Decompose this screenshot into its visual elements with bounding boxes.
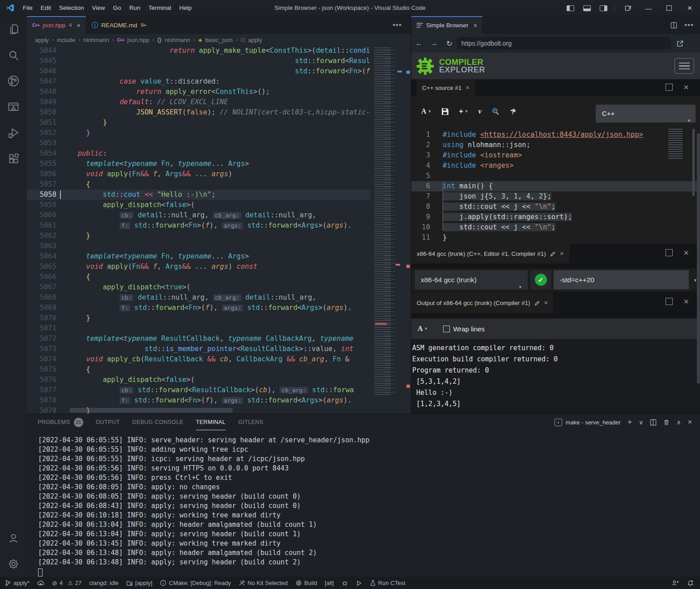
toggle-secondary-sidebar-icon[interactable] bbox=[600, 5, 607, 11]
notifications-bell-icon[interactable] bbox=[687, 580, 694, 587]
reload-icon[interactable]: ↻ bbox=[442, 39, 457, 48]
settings-gear-icon[interactable] bbox=[0, 551, 27, 577]
code-line[interactable]: 6int main() { bbox=[411, 181, 700, 191]
close-tab-icon[interactable]: × bbox=[77, 21, 81, 29]
forward-icon[interactable]: → bbox=[427, 39, 442, 47]
close-icon[interactable]: × bbox=[466, 84, 470, 91]
code-line[interactable]: 5061 f: std::forward<Fn>(f), args: std::… bbox=[27, 220, 411, 231]
ce-menu-hamburger-icon[interactable] bbox=[674, 58, 694, 74]
close-tab-icon[interactable]: × bbox=[474, 21, 478, 29]
code-line[interactable]: 5062 } bbox=[27, 231, 411, 241]
menu-item[interactable]: Selection bbox=[55, 4, 88, 11]
language-select[interactable]: C++▼ bbox=[596, 105, 696, 123]
menu-item[interactable]: Edit bbox=[37, 4, 55, 11]
split-editor-icon[interactable] bbox=[670, 22, 677, 29]
close-pane-icon[interactable]: × bbox=[683, 298, 689, 305]
editor-more-actions-icon[interactable]: ••• bbox=[393, 21, 402, 30]
url-input[interactable]: https://godbolt.org bbox=[457, 37, 671, 50]
tab-gitlens[interactable]: GITLENS bbox=[238, 414, 263, 430]
project-item[interactable]: [apply] bbox=[126, 580, 152, 586]
font-size-icon[interactable]: A▼ bbox=[421, 107, 431, 115]
source-control-icon[interactable] bbox=[0, 68, 27, 94]
code-line[interactable]: 5078 f: std::forward<Fn>(f), args: std::… bbox=[27, 395, 411, 406]
code-line[interactable]: 5072 template<typename ResultCallback, t… bbox=[27, 334, 411, 344]
wrap-lines-checkbox[interactable] bbox=[443, 326, 450, 332]
zoom-icon[interactable] bbox=[491, 107, 499, 115]
live-preview-icon[interactable] bbox=[0, 94, 27, 120]
code-line[interactable]: 5075 { bbox=[27, 364, 411, 375]
minimap[interactable] bbox=[371, 46, 405, 414]
code-line[interactable]: 5063 bbox=[27, 241, 411, 251]
breadcrumb-item[interactable]: include bbox=[57, 37, 75, 43]
toggle-sidebar-icon[interactable] bbox=[567, 5, 574, 11]
open-external-icon[interactable] bbox=[676, 40, 684, 47]
git-branch-item[interactable]: apply* bbox=[4, 580, 30, 586]
back-icon[interactable]: ← bbox=[411, 39, 427, 47]
close-pane-icon[interactable]: × bbox=[683, 84, 689, 91]
code-line[interactable]: 5073 std::is_member_pointer<ResultCallba… bbox=[27, 344, 411, 354]
compiler-select[interactable]: x86-64 gcc (trunk)▼ bbox=[415, 270, 528, 289]
code-line[interactable]: 2using nlohmann::json; bbox=[411, 140, 700, 150]
font-size-icon[interactable]: A▼ bbox=[418, 325, 428, 333]
code-line[interactable]: 3#include <iostream> bbox=[411, 150, 700, 161]
code-line[interactable]: 9 j.apply(std::ranges::sort); bbox=[411, 212, 700, 222]
code-editor[interactable]: 5044 return apply_make_tuple<ConstThis>(… bbox=[27, 46, 411, 414]
code-line[interactable]: 5077 cb: std::forward<ResultCallback>(cb… bbox=[27, 385, 411, 395]
tab-simple-browser[interactable]: Simple Browser × bbox=[411, 16, 483, 34]
code-line[interactable]: 5070 } bbox=[27, 313, 411, 323]
add-pane-icon[interactable]: +▼ bbox=[459, 107, 468, 115]
terminal-session-label[interactable]: make - serve_header bbox=[566, 419, 621, 426]
ce-logo-icon[interactable] bbox=[415, 56, 435, 76]
breadcrumb-item[interactable]: nlohmann bbox=[83, 37, 109, 43]
kit-select-item[interactable]: No Kit Selected bbox=[239, 580, 288, 586]
customize-layout-icon[interactable] bbox=[618, 0, 638, 16]
problems-status-item[interactable]: ⊘ 4 ⚠ 27 bbox=[52, 580, 81, 587]
tab-output[interactable]: OUTPUT bbox=[96, 414, 120, 430]
code-line[interactable]: 5065 void apply(Fn&& f, Args&& ... args)… bbox=[27, 262, 411, 272]
menu-item[interactable]: Help bbox=[175, 4, 196, 11]
close-pane-icon[interactable]: × bbox=[683, 249, 689, 256]
publish-changes-item[interactable] bbox=[37, 580, 44, 587]
split-terminal-icon[interactable] bbox=[650, 419, 657, 426]
menu-item[interactable]: Run bbox=[125, 4, 145, 11]
page-scrollbar[interactable] bbox=[697, 133, 700, 384]
run-ctest-button[interactable]: Run CTest bbox=[370, 580, 405, 586]
code-line[interactable]: 5050 JSON_ASSERT(false); // NOLINT(cert-… bbox=[27, 107, 411, 118]
launch-play-icon[interactable] bbox=[356, 580, 362, 586]
explorer-icon[interactable] bbox=[0, 16, 27, 42]
new-terminal-icon[interactable]: + bbox=[627, 418, 632, 427]
toggle-panel-icon[interactable] bbox=[583, 5, 591, 11]
menu-item[interactable]: File bbox=[19, 4, 37, 11]
code-line[interactable]: 5051 } bbox=[27, 118, 411, 128]
code-line[interactable]: 5076 apply_dispatch<false>( bbox=[27, 375, 411, 385]
breadcrumb-item[interactable]: basic_json bbox=[205, 37, 232, 43]
menu-item[interactable]: View bbox=[88, 4, 109, 11]
tab-debug-console[interactable]: DEBUG CONSOLE bbox=[132, 414, 183, 430]
code-line[interactable]: 5059 apply_dispatch<false>( bbox=[27, 200, 411, 210]
save-icon[interactable] bbox=[441, 108, 449, 115]
maximize-pane-icon[interactable] bbox=[666, 84, 673, 91]
code-line[interactable]: 11} bbox=[411, 233, 700, 243]
code-line[interactable]: 5054 public: bbox=[27, 148, 411, 159]
code-line[interactable]: 5 bbox=[411, 171, 700, 181]
tab-json-hpp[interactable]: C++ json.hpp 4 × bbox=[27, 16, 86, 34]
code-line[interactable]: 7 json j{5, 3, 1, 4, 2}; bbox=[411, 191, 700, 202]
maximize-pane-icon[interactable] bbox=[666, 298, 673, 305]
debug-target-icon[interactable] bbox=[341, 580, 348, 586]
code-line[interactable]: 4#include <ranges> bbox=[411, 161, 700, 171]
code-line[interactable]: 5052 } bbox=[27, 128, 411, 138]
code-line[interactable]: 5066 { bbox=[27, 272, 411, 282]
close-button[interactable]: × bbox=[679, 0, 700, 16]
code-line[interactable]: 5044 return apply_make_tuple<ConstThis>(… bbox=[27, 46, 411, 56]
code-line[interactable]: 5048 return apply_error<ConstThis>(); bbox=[27, 87, 411, 97]
code-line[interactable]: 5068 cb: detail::null_arg, cb_arg: detai… bbox=[27, 292, 411, 303]
menu-item[interactable]: Go bbox=[109, 4, 125, 11]
code-line[interactable]: 5060 cb: detail::null_arg, cb_arg: detai… bbox=[27, 210, 411, 220]
code-line[interactable]: 8 std::cout << j << "\n"; bbox=[411, 202, 700, 212]
code-line[interactable]: 5069 f: std::forward<Fn>(f), args: std::… bbox=[27, 303, 411, 313]
breadcrumb-item[interactable]: apply bbox=[35, 37, 49, 43]
code-line[interactable]: 5071 bbox=[27, 323, 411, 334]
ce-source-tab[interactable]: C++ source #1 × bbox=[417, 79, 475, 96]
code-line[interactable]: 5053 bbox=[27, 138, 411, 148]
code-line[interactable]: 10 std::cout << j << "\n"; bbox=[411, 222, 700, 233]
